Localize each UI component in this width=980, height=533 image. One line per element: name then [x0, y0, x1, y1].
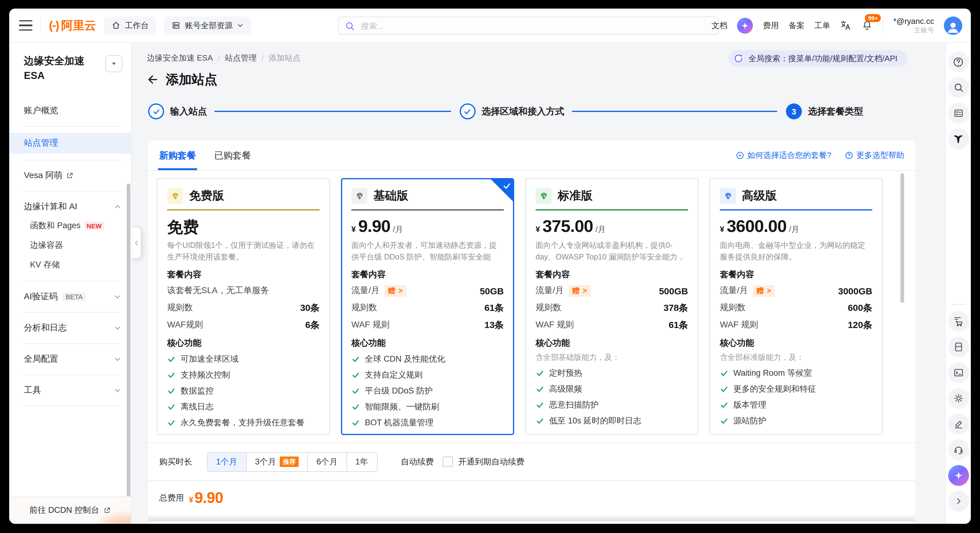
account-name: *@ryanc.cc	[893, 16, 934, 26]
duration-option-3month[interactable]: 3个月 推荐	[246, 452, 307, 471]
plan-help-link[interactable]: 如何选择适合您的套餐?	[736, 150, 831, 161]
global-search-pill[interactable]: 全局搜索：搜菜单/功能/规则配置/文档/API	[728, 50, 907, 67]
search-tool-button[interactable]	[948, 77, 969, 98]
settings-gear-button[interactable]	[948, 388, 969, 409]
gift-badge[interactable]: 赠>	[384, 285, 406, 296]
plan-features-title: 核心功能	[536, 338, 688, 349]
plan-spec-row: WAF 规则13条	[352, 318, 504, 332]
sidebar-group-global-config[interactable]: 全局配置	[9, 350, 131, 368]
billing-link[interactable]: 费用	[763, 20, 779, 31]
check-icon	[167, 403, 176, 411]
plan-spec-row: 规则数600条	[720, 301, 872, 315]
workbench-button[interactable]: 工作台	[104, 16, 156, 35]
dcdn-console-link[interactable]: 前往 DCDN 控制台	[9, 496, 131, 524]
gift-badge[interactable]: 赠>	[753, 285, 775, 296]
gift-label: 赠	[572, 285, 580, 296]
spec-label: WAF 规则	[352, 320, 390, 331]
plan-accent-line	[352, 209, 504, 210]
feedback-edit-button[interactable]	[948, 414, 969, 434]
hamburger-menu-icon[interactable]	[19, 20, 32, 30]
more-help-link[interactable]: 更多选型帮助	[845, 150, 904, 161]
app-button[interactable]: APP	[948, 337, 969, 357]
sidebar-item-overview[interactable]: 账户概览	[9, 102, 131, 120]
plan-spec-row: WAF 规则61条	[536, 318, 688, 332]
plan-content-title: 套餐内容	[167, 269, 320, 280]
plan-features-title: 核心功能	[167, 338, 320, 349]
spec-value: 120条	[848, 319, 872, 331]
plan-card-free[interactable]: 免费版 免费 每个UID限领1个，仅用于测试验证，请勿在生产环境使用该套餐。 套…	[157, 178, 330, 435]
duration-option-1year[interactable]: 1年	[346, 452, 377, 471]
alibaba-cloud-logo[interactable]: (-) 阿里云	[49, 18, 96, 33]
price-unit: /月	[789, 224, 799, 235]
header-search[interactable]	[338, 16, 719, 35]
sidebar-group-analytics[interactable]: 分析和日志	[9, 319, 131, 337]
duration-option-1month[interactable]: 1个月	[207, 452, 246, 471]
plan-card-premium[interactable]: 高级版 ¥ 3600.00 /月 面向电商、金融等中型企业，为网站的稳定服务提供…	[710, 178, 883, 435]
plans-scrollbar[interactable]	[900, 173, 904, 303]
sidebar-item-edge-container[interactable]: 边缘容器	[9, 235, 131, 255]
translate-icon[interactable]	[840, 19, 852, 31]
ai-assistant-tool-button[interactable]	[948, 465, 969, 486]
check-icon	[167, 371, 176, 379]
purchase-cart-button[interactable]	[948, 311, 969, 332]
bird-logo-button[interactable]	[948, 129, 969, 149]
sidebar-collapse-handle[interactable]	[132, 228, 141, 258]
sidebar-group-edge-compute[interactable]: 边缘计算和 AI	[9, 198, 131, 216]
feature-label: 支持自定义规则	[365, 370, 423, 380]
pages-label: 函数和 Pages	[30, 220, 81, 231]
check-icon	[352, 355, 360, 363]
docs-link[interactable]: 文档	[711, 20, 727, 31]
footer-shadow	[148, 514, 915, 521]
back-arrow-icon[interactable]	[147, 73, 159, 86]
screen: (-) 阿里云 工作台 账号全部资源 文档 费用 备案 工单	[0, 0, 980, 533]
collapse-toolbar-button[interactable]	[948, 491, 969, 512]
feature-item: 离线日志	[167, 401, 320, 412]
tab-purchased-plan[interactable]: 已购套餐	[214, 141, 251, 170]
plan-content-title: 套餐内容	[352, 269, 504, 280]
duration-option-6month[interactable]: 6个月	[307, 452, 346, 471]
breadcrumb-separator: /	[262, 54, 264, 63]
sidebar-item-kv-storage[interactable]: KV 存储	[9, 255, 131, 275]
sidebar-group-ai-captcha[interactable]: AI验证码 BETA	[9, 288, 131, 306]
survey-button[interactable]	[948, 103, 969, 124]
sidebar-item-vesa[interactable]: Vesa 阿萌	[9, 167, 131, 185]
help-button[interactable]	[948, 51, 969, 72]
plan-card-basic[interactable]: 基础版 ¥ 9.90 /月 面向个人和开发者，可加速动静态资源，提供平台级 DD…	[341, 178, 514, 435]
chevron-down-icon	[237, 22, 243, 29]
top-header: (-) 阿里云 工作台 账号全部资源 文档 费用 备案 工单	[9, 9, 971, 43]
sidebar-item-site-management[interactable]: 站点管理	[9, 133, 131, 154]
avatar[interactable]	[944, 16, 962, 35]
features-intro: 含全部基础版能力，及：	[536, 352, 688, 363]
search-input[interactable]	[360, 21, 712, 31]
app-window: (-) 阿里云 工作台 账号全部资源 文档 费用 备案 工单	[9, 9, 971, 524]
feature-item: 高级限频	[536, 384, 688, 395]
currency-symbol: ¥	[352, 224, 356, 234]
feature-item: 源站防护	[720, 415, 872, 426]
beian-link[interactable]: 备案	[789, 20, 805, 31]
account-resources-button[interactable]: 账号全部资源	[164, 16, 251, 35]
breadcrumb-esa[interactable]: 边缘安全加速 ESA	[147, 53, 213, 64]
plan-price: 375.00	[542, 216, 593, 236]
captcha-label: AI验证码	[24, 291, 57, 302]
support-headset-button[interactable]	[948, 439, 969, 460]
auto-renew-checkbox[interactable]	[442, 457, 453, 467]
account-menu[interactable]: *@ryanc.cc 主账号	[893, 16, 934, 35]
feature-item: 支持频次控制	[167, 370, 320, 380]
gift-badge[interactable]: 赠>	[569, 285, 591, 296]
ticket-link[interactable]: 工单	[815, 20, 830, 31]
sidebar-group-tools[interactable]: 工具	[9, 381, 131, 399]
gift-arrow: >	[767, 286, 771, 295]
svg-text:APP: APP	[955, 345, 961, 348]
plan-description: 面向个人和开发者，可加速动静态资源，提供平台级 DDoS 防护、智能防刷等安全能…	[352, 240, 504, 263]
plan-card-standard[interactable]: 标准版 ¥ 375.00 /月 面向个人专业网站或非盈利机构，提供0-day、O…	[525, 178, 698, 435]
ai-assistant-icon[interactable]	[737, 18, 753, 33]
cli-button[interactable]	[948, 362, 969, 383]
breadcrumb-site-management[interactable]: 站点管理	[225, 53, 257, 64]
sidebar-scrollbar[interactable]	[127, 184, 130, 499]
product-switcher-dropdown[interactable]	[105, 55, 123, 72]
tab-new-plan[interactable]: 新购套餐	[159, 141, 196, 170]
feature-label: BOT 机器流量管理	[365, 417, 434, 428]
notifications-bell[interactable]: 99+	[862, 19, 873, 31]
sidebar-item-pages[interactable]: 函数和 Pages NEW	[9, 216, 131, 235]
step-connector	[571, 111, 777, 112]
